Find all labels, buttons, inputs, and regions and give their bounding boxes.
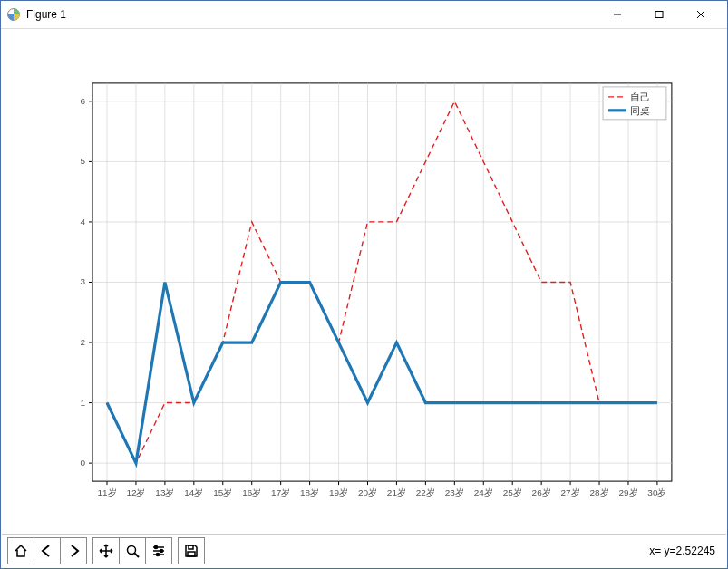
- y-tick-label: 0: [81, 458, 86, 468]
- y-tick-label: 5: [81, 156, 86, 166]
- x-tick-label: 12岁: [126, 487, 145, 497]
- toolbar-configure-button[interactable]: [145, 538, 171, 564]
- maximize-button[interactable]: [638, 1, 680, 28]
- legend: 自己同桌: [603, 87, 666, 120]
- x-tick-label: 26岁: [532, 487, 551, 497]
- toolbar-zoom-button[interactable]: [119, 538, 145, 564]
- x-tick-label: 16岁: [242, 487, 261, 497]
- titlebar: Figure 1: [1, 1, 727, 29]
- x-tick-label: 29岁: [618, 487, 637, 497]
- app-icon: [6, 7, 21, 22]
- x-tick-label: 23岁: [445, 487, 464, 497]
- y-tick-label: 3: [81, 276, 86, 286]
- x-tick-label: 13岁: [155, 487, 174, 497]
- chart: 11岁12岁13岁14岁15岁16岁17岁18岁19岁20岁21岁22岁23岁2…: [2, 29, 726, 534]
- window-frame: Figure 1 11岁12岁13岁14岁15岁16岁17岁18岁19岁20岁2…: [0, 0, 728, 569]
- toolbar-forward-button[interactable]: [60, 538, 86, 564]
- toolbar-home-button[interactable]: [8, 538, 34, 564]
- legend-entry: 同桌: [630, 105, 650, 116]
- x-tick-label: 19岁: [329, 487, 348, 497]
- x-tick-label: 25岁: [503, 487, 522, 497]
- svg-rect-72: [188, 552, 195, 556]
- x-tick-label: 20岁: [358, 487, 377, 497]
- window-title: Figure 1: [26, 8, 66, 21]
- svg-point-70: [156, 553, 159, 555]
- svg-point-69: [160, 549, 162, 552]
- toolbar-back-button[interactable]: [34, 538, 60, 564]
- x-tick-label: 27岁: [561, 487, 580, 497]
- svg-line-64: [135, 554, 140, 558]
- series-line-同桌: [107, 282, 657, 463]
- status-coords: x= y=2.52245: [649, 545, 721, 557]
- x-tick-label: 24岁: [474, 487, 493, 497]
- minimize-button[interactable]: [597, 1, 638, 28]
- x-tick-label: 11岁: [97, 487, 116, 497]
- svg-point-63: [128, 546, 136, 555]
- x-tick-label: 28岁: [589, 487, 608, 497]
- y-tick-label: 4: [81, 217, 86, 227]
- y-tick-label: 1: [81, 398, 86, 408]
- matplotlib-toolbar: x= y=2.52245: [2, 534, 726, 567]
- close-button[interactable]: [680, 1, 722, 28]
- x-tick-label: 30岁: [647, 487, 666, 497]
- x-tick-label: 18岁: [300, 487, 319, 497]
- legend-entry: 自己: [630, 92, 650, 102]
- x-tick-label: 21岁: [387, 487, 406, 497]
- svg-rect-2: [655, 12, 663, 18]
- x-tick-label: 17岁: [271, 487, 290, 497]
- x-tick-label: 14岁: [184, 487, 203, 497]
- y-tick-label: 2: [81, 337, 86, 347]
- svg-rect-71: [189, 545, 193, 549]
- x-tick-label: 22岁: [416, 487, 435, 497]
- plot-canvas[interactable]: 11岁12岁13岁14岁15岁16岁17岁18岁19岁20岁21岁22岁23岁2…: [2, 29, 726, 534]
- y-tick-label: 6: [81, 96, 86, 106]
- svg-point-68: [154, 545, 157, 548]
- toolbar-save-button[interactable]: [179, 538, 204, 564]
- x-tick-label: 15岁: [213, 487, 232, 497]
- toolbar-pan-button[interactable]: [93, 538, 119, 564]
